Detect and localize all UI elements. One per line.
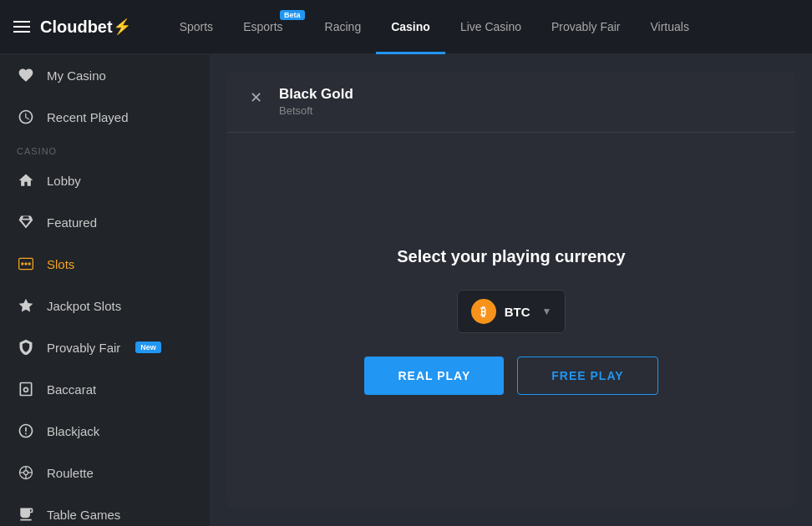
- blackjack-icon: [17, 422, 35, 440]
- sidebar-item-blackjack[interactable]: Blackjack: [0, 410, 210, 452]
- svg-point-5: [24, 471, 28, 475]
- sidebar-label-lobby: Lobby: [47, 174, 81, 188]
- svg-point-3: [28, 262, 31, 265]
- table-games-icon: [17, 505, 35, 523]
- currency-select-title: Select your playing currency: [397, 247, 625, 266]
- svg-point-2: [24, 262, 27, 265]
- new-badge: New: [135, 341, 161, 353]
- sidebar-label-table-games: Table Games: [47, 508, 120, 522]
- sidebar-label-featured: Featured: [47, 215, 97, 230]
- sidebar-item-provably-fair[interactable]: Provably Fair New: [0, 326, 210, 368]
- content-area: ✕ Black Gold Betsoft Select your playing…: [211, 54, 812, 526]
- sidebar-label-provably-fair: Provably Fair: [47, 341, 120, 355]
- nav-provably-fair[interactable]: Provably Fair: [536, 0, 635, 54]
- sidebar-item-recent-played[interactable]: Recent Played: [0, 96, 210, 138]
- btc-icon: ₿: [471, 299, 496, 324]
- nav-sports[interactable]: Sports: [165, 0, 228, 54]
- provably-fair-icon: [17, 338, 35, 357]
- sidebar-item-baccarat[interactable]: Baccarat: [0, 368, 210, 410]
- logo: Cloudbet⚡: [40, 18, 131, 37]
- heart-icon: [17, 66, 35, 84]
- currency-selector[interactable]: ₿ BTC ▼: [457, 290, 566, 333]
- modal-header: ✕ Black Gold Betsoft: [227, 71, 795, 133]
- diamond-icon: [17, 213, 35, 231]
- beta-badge: Beta: [280, 10, 305, 20]
- sidebar: My Casino Recent Played Casino Lobby Fea…: [0, 54, 211, 526]
- sidebar-item-slots[interactable]: Slots: [0, 243, 210, 285]
- sidebar-item-lobby[interactable]: Lobby: [0, 159, 210, 201]
- sidebar-label-slots: Slots: [47, 257, 74, 271]
- slot-icon: [17, 255, 35, 273]
- baccarat-icon: [17, 380, 35, 398]
- casino-section-label: Casino: [0, 138, 210, 159]
- nav-virtuals[interactable]: Virtuals: [636, 0, 704, 54]
- modal-body: Select your playing currency ₿ BTC ▼ REA…: [227, 133, 795, 509]
- nav-live-casino[interactable]: Live Casino: [445, 0, 536, 54]
- nav-racing[interactable]: Racing: [310, 0, 377, 54]
- brand-bolt: ⚡: [113, 18, 131, 36]
- svg-point-1: [21, 262, 23, 265]
- close-button[interactable]: ✕: [244, 86, 267, 109]
- sidebar-item-featured[interactable]: Featured: [0, 201, 210, 243]
- nav-esports[interactable]: Esports Beta: [228, 0, 309, 54]
- clock-icon: [17, 108, 35, 126]
- sidebar-label-baccarat: Baccarat: [47, 382, 96, 397]
- sidebar-label-recent-played: Recent Played: [47, 110, 129, 124]
- sidebar-label-blackjack: Blackjack: [47, 424, 99, 438]
- game-info: Black Gold Betsoft: [279, 86, 353, 117]
- play-buttons: REAL PLAY FREE PLAY: [364, 357, 657, 395]
- home-icon: [17, 171, 35, 190]
- currency-label: BTC: [505, 305, 530, 319]
- roulette-icon: [17, 463, 35, 482]
- currency-dropdown-arrow: ▼: [541, 306, 551, 317]
- sidebar-label-my-casino: My Casino: [47, 68, 106, 83]
- brand-name: Cloudbet: [40, 18, 113, 37]
- main-layout: My Casino Recent Played Casino Lobby Fea…: [0, 54, 812, 526]
- nav-casino[interactable]: Casino: [376, 0, 445, 54]
- sidebar-item-jackpot-slots[interactable]: Jackpot Slots: [0, 285, 210, 326]
- sidebar-item-roulette[interactable]: Roulette: [0, 452, 210, 493]
- game-title: Black Gold: [279, 86, 353, 103]
- hamburger-menu[interactable]: [13, 21, 30, 33]
- sidebar-item-my-casino[interactable]: My Casino: [0, 54, 210, 96]
- game-currency-modal: ✕ Black Gold Betsoft Select your playing…: [227, 71, 795, 509]
- sidebar-label-jackpot-slots: Jackpot Slots: [47, 299, 121, 313]
- sidebar-item-table-games[interactable]: Table Games: [0, 493, 210, 526]
- top-nav: Cloudbet⚡ Sports Esports Beta Racing Cas…: [0, 0, 812, 54]
- real-play-button[interactable]: REAL PLAY: [364, 357, 504, 395]
- jackpot-icon: [17, 296, 35, 315]
- nav-links: Sports Esports Beta Racing Casino Live C…: [165, 0, 799, 54]
- game-provider: Betsoft: [279, 104, 353, 117]
- free-play-button[interactable]: FREE PLAY: [517, 357, 657, 395]
- sidebar-label-roulette: Roulette: [47, 466, 94, 480]
